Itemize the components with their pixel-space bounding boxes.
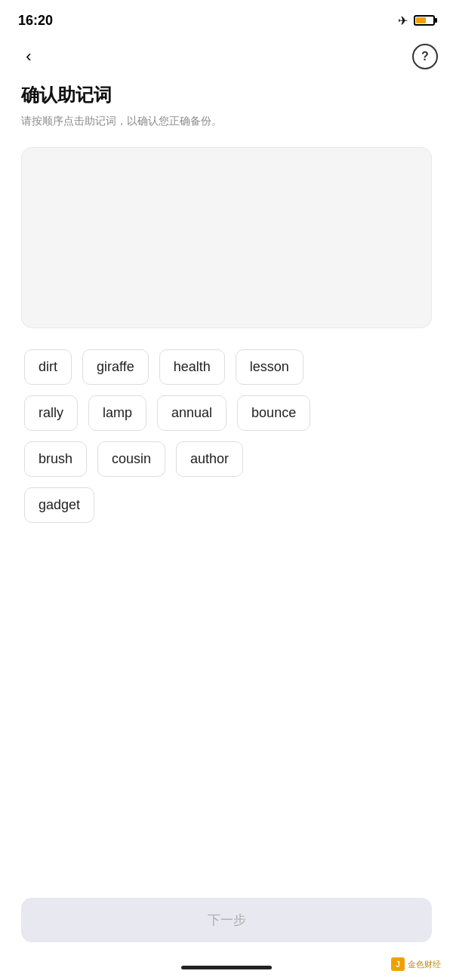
status-time: 16:20	[18, 13, 53, 29]
battery-icon	[414, 15, 435, 26]
word-chip-brush[interactable]: brush	[24, 441, 87, 477]
mnemonic-display-area	[21, 147, 432, 328]
help-button[interactable]: ?	[412, 44, 438, 69]
word-chip-rally[interactable]: rally	[24, 395, 78, 431]
nav-bar: ‹ ?	[0, 38, 453, 75]
word-grid: dirt giraffe health lesson rally lamp an…	[21, 349, 432, 523]
airplane-icon: ✈	[398, 14, 408, 28]
word-chip-health[interactable]: health	[159, 349, 225, 385]
page-content: 确认助记词 请按顺序点击助记词，以确认您正确备份。 dirt giraffe h…	[0, 75, 453, 523]
back-button[interactable]: ‹	[15, 43, 42, 70]
word-chip-bounce[interactable]: bounce	[237, 395, 310, 431]
next-button-container: 下一步	[21, 898, 432, 942]
status-bar: 16:20 ✈	[0, 0, 453, 38]
page-title: 确认助记词	[21, 83, 432, 107]
word-chip-gadget[interactable]: gadget	[24, 487, 94, 523]
next-button[interactable]: 下一步	[21, 898, 432, 942]
word-chip-annual[interactable]: annual	[157, 395, 226, 431]
word-chip-lamp[interactable]: lamp	[88, 395, 146, 431]
home-indicator	[181, 966, 272, 969]
word-chip-cousin[interactable]: cousin	[97, 441, 165, 477]
watermark-text: 金色财经	[408, 959, 441, 970]
word-chip-dirt[interactable]: dirt	[24, 349, 72, 385]
word-chip-author[interactable]: author	[176, 441, 243, 477]
word-row-4: gadget	[24, 487, 429, 523]
word-chip-lesson[interactable]: lesson	[236, 349, 304, 385]
watermark: J 金色财经	[391, 957, 441, 971]
page-subtitle: 请按顺序点击助记词，以确认您正确备份。	[21, 113, 432, 129]
word-row-2: rally lamp annual bounce	[24, 395, 429, 431]
status-icons: ✈	[398, 14, 435, 28]
word-row-1: dirt giraffe health lesson	[24, 349, 429, 385]
battery-fill	[416, 17, 426, 23]
word-chip-giraffe[interactable]: giraffe	[82, 349, 149, 385]
watermark-logo: J	[391, 957, 405, 971]
word-row-3: brush cousin author	[24, 441, 429, 477]
